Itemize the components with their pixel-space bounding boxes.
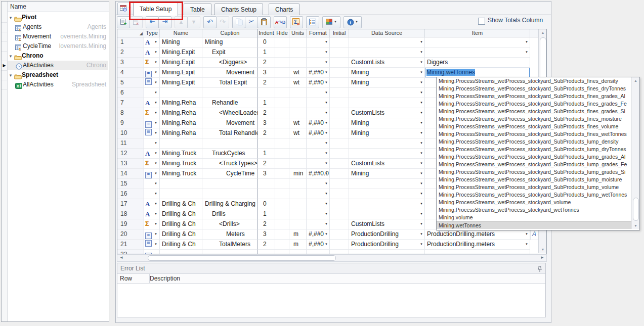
item-cell[interactable]: ▼ <box>425 37 530 48</box>
hide-cell[interactable] <box>275 138 289 149</box>
format-cell[interactable]: #,##0▼ <box>307 240 330 250</box>
name-cell[interactable]: Mining.Reha <box>160 118 202 128</box>
chevron-down-icon[interactable]: ▼ <box>420 229 423 239</box>
units-cell[interactable] <box>289 179 307 189</box>
indent-cell[interactable]: 2 <box>258 240 275 250</box>
name-cell[interactable]: Mining <box>160 37 202 48</box>
add-row-button[interactable]: + <box>117 16 130 28</box>
indent-cell[interactable]: 0 <box>258 37 275 48</box>
dropdown-item[interactable]: Mining.ProcessStreams_wetProcess_stockya… <box>437 77 633 85</box>
row-number[interactable]: 22 <box>117 250 144 254</box>
units-cell[interactable]: m <box>289 229 307 240</box>
indent-cell[interactable]: 1 <box>258 149 275 159</box>
format-cell[interactable]: ▼ <box>307 179 330 189</box>
initial-cell[interactable] <box>330 199 349 209</box>
name-cell[interactable]: Drilling & Ch <box>160 209 202 219</box>
caption-cell[interactable]: Movement <box>202 118 258 128</box>
scroll-right-icon[interactable]: ► <box>540 255 544 261</box>
name-cell[interactable] <box>160 179 202 189</box>
item-cell[interactable]: Diggers <box>425 58 530 68</box>
pin-icon[interactable] <box>537 265 542 272</box>
expander-icon[interactable]: ▾ <box>8 52 14 61</box>
format-cell[interactable]: ▼ <box>307 37 330 48</box>
row-number[interactable]: 21 <box>117 240 144 250</box>
chevron-down-icon[interactable]: ▼ <box>420 88 423 98</box>
name-cell[interactable]: Mining.Reha <box>160 128 202 138</box>
chevron-down-icon[interactable]: ▼ <box>325 219 328 229</box>
format-cell[interactable]: ▼ <box>307 149 330 159</box>
data-source-cell[interactable]: ▼ <box>349 149 425 159</box>
type-cell[interactable]: =▼ <box>144 68 160 78</box>
indent-cell[interactable] <box>258 250 275 254</box>
caption-cell[interactable]: Mining <box>202 37 258 48</box>
scroll-down-icon[interactable]: ▼ <box>539 248 547 251</box>
name-cell[interactable] <box>160 138 202 149</box>
initial-cell[interactable] <box>330 189 349 199</box>
chevron-down-icon[interactable]: ▼ <box>325 138 328 148</box>
move-up-button[interactable]: ▲ <box>175 16 188 28</box>
chevron-down-icon[interactable]: ▼ <box>525 240 528 249</box>
hide-cell[interactable] <box>275 229 289 240</box>
list-button[interactable] <box>306 16 319 28</box>
chevron-down-icon[interactable]: ▼ <box>154 199 157 209</box>
type-cell[interactable]: Σ▼ <box>144 58 160 68</box>
info-button[interactable]: i▼ <box>344 16 362 28</box>
row-number[interactable]: 17 <box>117 199 144 209</box>
chevron-down-icon[interactable]: ▼ <box>420 108 423 118</box>
row-number[interactable]: 14 <box>117 169 144 179</box>
error-col-row[interactable]: Row <box>117 274 150 283</box>
tab-table[interactable]: Table <box>184 4 211 15</box>
chevron-down-icon[interactable]: ▼ <box>525 229 528 239</box>
chevron-down-icon[interactable]: ▼ <box>154 78 157 87</box>
chevron-down-icon[interactable]: ▼ <box>325 229 328 239</box>
row-number[interactable]: 9 <box>117 118 144 128</box>
tree-group-chrono[interactable]: ▾Chrono <box>8 51 108 61</box>
item-cell[interactable]: ▼ <box>425 48 530 58</box>
name-cell[interactable]: Mining.Truck <box>160 149 202 159</box>
data-source-cell[interactable]: Mining▼ <box>349 128 425 138</box>
chevron-down-icon[interactable]: ▼ <box>325 88 328 98</box>
type-cell[interactable]: A▼ <box>144 199 160 209</box>
chevron-down-icon[interactable]: ▼ <box>325 159 328 168</box>
type-cell[interactable]: ▼ <box>144 240 160 250</box>
hide-cell[interactable] <box>275 88 289 98</box>
caption-cell[interactable] <box>202 250 258 254</box>
chevron-down-icon[interactable]: ▼ <box>154 128 157 138</box>
format-cell[interactable]: ▼ <box>307 199 330 209</box>
name-cell[interactable]: Mining.Expit <box>160 48 202 58</box>
data-source-cell[interactable]: CustomLists▼ <box>349 108 425 118</box>
units-cell[interactable]: wt <box>289 118 307 128</box>
type-cell[interactable]: ▼ <box>144 189 160 199</box>
name-cell[interactable] <box>160 189 202 199</box>
copy-button[interactable] <box>232 16 245 28</box>
caption-cell[interactable]: CycleTime <box>202 169 258 179</box>
format-cell[interactable]: ▼ <box>307 219 330 229</box>
chevron-down-icon[interactable]: ▼ <box>420 98 423 108</box>
indent-cell[interactable]: 3 <box>258 68 275 78</box>
caption-cell[interactable]: Expit <box>202 48 258 58</box>
units-cell[interactable] <box>289 250 307 254</box>
chevron-down-icon[interactable]: ▼ <box>420 128 423 138</box>
type-cell[interactable]: Σ▼ <box>144 108 160 118</box>
data-source-cell[interactable]: CustomLists▼ <box>349 219 425 229</box>
chevron-down-icon[interactable]: ▼ <box>325 98 328 108</box>
units-cell[interactable] <box>289 98 307 108</box>
hide-cell[interactable] <box>275 149 289 159</box>
chevron-down-icon[interactable]: ▼ <box>325 118 328 128</box>
row-number[interactable]: 15 <box>117 179 144 189</box>
caption-cell[interactable]: <TruckTypes> <box>202 159 258 169</box>
item-cell[interactable]: ProductionDrilling.meters▼ <box>425 240 530 250</box>
hide-cell[interactable] <box>275 250 289 254</box>
dropdown-item[interactable]: Mining.ProcessStreams_wetProcess_stockya… <box>437 85 633 92</box>
hide-cell[interactable] <box>275 189 289 199</box>
chevron-down-icon[interactable]: ▼ <box>420 149 423 158</box>
data-source-cell[interactable]: ▼ <box>349 209 425 219</box>
units-cell[interactable] <box>289 37 307 48</box>
column-header-row-number[interactable]: ◢ <box>117 29 144 37</box>
hide-cell[interactable] <box>275 58 289 68</box>
scroll-thumb[interactable] <box>633 198 639 221</box>
tab-charts-setup[interactable]: Charts Setup <box>214 4 263 15</box>
name-cell[interactable]: Mining.Reha <box>160 108 202 118</box>
chevron-down-icon[interactable]: ▼ <box>154 149 157 158</box>
find-replace-button[interactable]: A↷B <box>274 16 287 28</box>
